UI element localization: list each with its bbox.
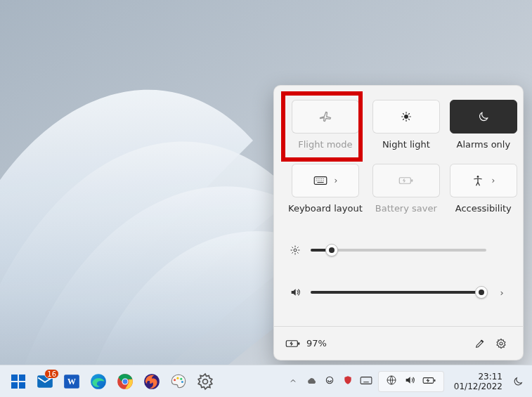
airplane-icon (318, 110, 332, 124)
edge-app-icon[interactable] (89, 372, 108, 391)
security-tray-icon[interactable] (342, 375, 354, 387)
notifications-dnd-icon[interactable] (512, 376, 529, 387)
clock-time: 23:11 (454, 372, 502, 382)
quick-settings-grid: Flight mode Night light (274, 86, 523, 222)
firefox-app-icon[interactable] (142, 372, 162, 391)
alarms-only-tile[interactable] (450, 100, 517, 134)
svg-point-23 (176, 377, 179, 379)
alarms-only-label: Alarms only (456, 139, 510, 150)
svg-point-6 (294, 249, 297, 252)
accessibility-tile[interactable]: › (450, 164, 517, 197)
moon-icon (477, 110, 490, 123)
word-app-icon[interactable]: W (62, 372, 82, 391)
volume-slider[interactable] (311, 291, 486, 294)
svg-rect-11 (19, 375, 25, 381)
svg-rect-13 (19, 382, 25, 389)
onedrive-icon[interactable] (305, 376, 318, 387)
settings-app-icon[interactable] (195, 372, 215, 391)
edit-quick-settings-button[interactable] (469, 333, 491, 354)
volume-icon (290, 287, 301, 298)
svg-point-26 (203, 379, 208, 384)
svg-rect-10 (11, 375, 18, 381)
taskbar-clock[interactable]: 23:11 01/12/2022 (450, 372, 507, 391)
flight-mode-label: Flight mode (298, 139, 352, 150)
volume-tray-icon (404, 375, 415, 389)
quick-settings-footer: 97% (274, 326, 523, 360)
svg-rect-12 (11, 382, 18, 389)
svg-rect-8 (298, 342, 299, 344)
night-light-tile[interactable] (372, 100, 440, 134)
paint-app-icon[interactable] (169, 372, 188, 391)
language-tray-icon (386, 375, 397, 389)
chevron-right-icon: › (491, 176, 495, 186)
svg-rect-4 (411, 179, 413, 181)
battery-saver-label: Battery saver (375, 203, 437, 214)
flight-mode-tile[interactable] (292, 100, 359, 134)
night-light-icon (400, 110, 413, 123)
settings-button[interactable] (491, 333, 512, 354)
svg-point-27 (326, 377, 332, 383)
brightness-slider-row (290, 229, 507, 271)
start-button[interactable] (8, 372, 28, 391)
svg-point-1 (404, 115, 408, 119)
volume-flyout-arrow[interactable]: › (496, 287, 507, 298)
chevron-right-icon: › (335, 176, 338, 186)
clock-date: 01/12/2022 (454, 382, 502, 391)
svg-rect-31 (434, 379, 435, 382)
quick-settings-panel: Flight mode Night light (273, 85, 524, 360)
battery-tray-icon (422, 375, 436, 388)
svg-point-24 (180, 377, 182, 379)
svg-point-20 (123, 379, 128, 384)
brightness-slider[interactable] (311, 249, 486, 252)
touch-keyboard-icon[interactable] (360, 376, 372, 387)
system-indicators[interactable] (378, 371, 444, 392)
battery-charging-icon (285, 339, 301, 349)
battery-saver-icon (398, 176, 414, 186)
tray-overflow-icon[interactable] (287, 376, 299, 387)
mail-app-icon[interactable]: 16 (35, 372, 55, 391)
battery-status[interactable]: 97% (285, 338, 327, 349)
system-tray: 23:11 01/12/2022 (287, 371, 532, 392)
accessibility-label: Accessibility (455, 203, 512, 214)
keyboard-layout-label: Keyboard layout (288, 203, 363, 214)
battery-saver-tile[interactable] (372, 164, 440, 197)
chrome-app-icon[interactable] (115, 372, 135, 391)
keyboard-icon (313, 176, 327, 186)
svg-text:W: W (67, 377, 76, 386)
svg-point-25 (181, 381, 183, 383)
svg-point-5 (477, 176, 479, 178)
night-light-label: Night light (382, 139, 430, 150)
mail-badge: 16 (44, 369, 59, 379)
battery-percent: 97% (306, 338, 327, 349)
accessibility-icon (472, 174, 484, 187)
keyboard-layout-tile[interactable]: › (292, 164, 359, 197)
tray-app-icon[interactable] (323, 375, 336, 387)
svg-point-22 (174, 379, 176, 381)
svg-rect-28 (361, 377, 372, 384)
taskbar: 16 W (0, 365, 532, 397)
volume-slider-row: › (290, 271, 507, 313)
brightness-icon (290, 245, 301, 256)
svg-point-9 (500, 342, 502, 345)
